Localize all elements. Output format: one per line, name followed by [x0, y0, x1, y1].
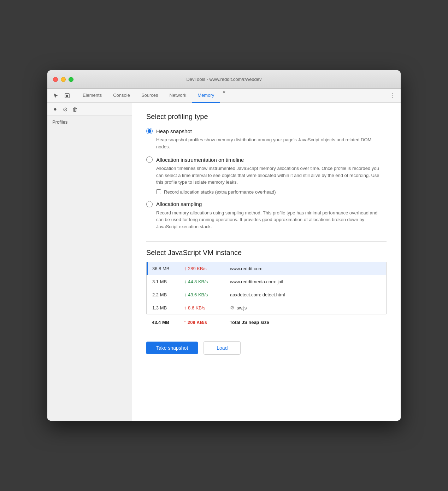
- tab-network[interactable]: Network: [164, 89, 192, 103]
- delete-button[interactable]: 🗑: [71, 106, 78, 113]
- allocation-stacks-checkbox[interactable]: [156, 189, 161, 194]
- option-heap-snapshot: Heap snapshot Heap snapshot profiles sho…: [146, 128, 387, 150]
- vm-rate-1: ↓ 44.8 KB/s: [184, 279, 230, 284]
- gear-icon: ⚙: [230, 305, 235, 310]
- vm-name-1: www.redditmedia.com: jail: [230, 279, 381, 284]
- minimize-button[interactable]: [61, 77, 66, 82]
- vm-size-0: 36.8 MB: [152, 266, 184, 271]
- tab-console[interactable]: Console: [107, 89, 136, 103]
- allocation-stacks-label: Record allocation stacks (extra performa…: [164, 189, 276, 195]
- clear-button[interactable]: ⊘: [61, 106, 69, 113]
- vm-rate-2: ↓ 43.6 KB/s: [184, 292, 230, 297]
- tab-memory[interactable]: Memory: [192, 89, 220, 103]
- vm-row-aaxdetect[interactable]: 2.2 MB ↓ 43.6 KB/s aaxdetect.com: detect…: [147, 288, 386, 301]
- allocation-sampling-title: Allocation sampling: [156, 201, 202, 207]
- tab-list: Elements Console Sources Network Memory …: [77, 89, 382, 103]
- arrow-down-icon-2: ↓: [184, 292, 187, 297]
- allocation-sampling-label[interactable]: Allocation sampling: [146, 201, 387, 207]
- heap-snapshot-title: Heap snapshot: [156, 128, 192, 134]
- tab-elements[interactable]: Elements: [77, 89, 107, 103]
- vm-rate-0: ↑ 289 KB/s: [184, 266, 230, 271]
- arrow-down-icon-1: ↓: [184, 279, 187, 284]
- arrow-up-icon-0: ↑: [184, 266, 187, 271]
- take-snapshot-button[interactable]: Take snapshot: [146, 342, 198, 354]
- titlebar: DevTools - www.reddit.com/r/webdev: [47, 70, 401, 89]
- vm-rate-3: ↑ 8.6 KB/s: [184, 305, 230, 310]
- arrow-up-icon-3: ↑: [184, 305, 187, 310]
- heap-snapshot-radio[interactable]: [146, 128, 153, 134]
- vm-table: 36.8 MB ↑ 289 KB/s www.reddit.com 3.1 MB…: [146, 262, 387, 314]
- vm-name-0: www.reddit.com: [230, 266, 381, 271]
- footer-arrow-up-icon: ↑: [184, 319, 186, 325]
- vm-section: Select JavaScript VM instance 36.8 MB ↑ …: [146, 249, 387, 331]
- tab-sources[interactable]: Sources: [136, 89, 164, 103]
- vm-size-2: 2.2 MB: [152, 292, 184, 297]
- heap-snapshot-desc: Heap snapshot profiles show memory distr…: [156, 136, 382, 150]
- allocation-stacks-row: Record allocation stacks (extra performa…: [156, 189, 387, 195]
- cursor-icon[interactable]: [52, 91, 60, 100]
- svg-rect-1: [66, 95, 68, 97]
- allocation-instrumentation-desc: Allocation timelines show instrumented J…: [156, 165, 382, 186]
- footer-total-rate: ↑ 209 KB/s: [184, 319, 230, 325]
- close-button[interactable]: [53, 77, 58, 82]
- inspector-icon[interactable]: [63, 91, 71, 100]
- section-divider: [146, 241, 387, 242]
- footer-total-label: Total JS heap size: [230, 320, 269, 325]
- allocation-instrumentation-title: Allocation instrumentation on timeline: [156, 157, 244, 163]
- footer-total-size: 43.4 MB: [152, 320, 184, 325]
- allocation-instrumentation-radio[interactable]: [146, 156, 153, 163]
- sidebar-profiles-label: Profiles: [47, 116, 132, 127]
- main-content: ● ⊘ 🗑 Profiles Select profiling type: [47, 103, 401, 421]
- profiling-options: Heap snapshot Heap snapshot profiles sho…: [146, 128, 387, 230]
- toolbar-separator: [385, 91, 385, 101]
- record-button[interactable]: ●: [52, 106, 59, 113]
- window-title: DevTools - www.reddit.com/r/webdev: [186, 77, 261, 82]
- more-tabs-button[interactable]: »: [220, 89, 228, 103]
- content-area: Select profiling type Heap snapshot Heap…: [132, 103, 401, 421]
- more-options-button[interactable]: ⋮: [388, 92, 396, 99]
- toolbar: Elements Console Sources Network Memory …: [47, 89, 401, 103]
- option-allocation-sampling: Allocation sampling Record memory alloca…: [146, 201, 387, 230]
- profiling-type-title: Select profiling type: [146, 113, 387, 121]
- option-allocation-instrumentation: Allocation instrumentation on timeline A…: [146, 156, 387, 195]
- vm-size-3: 1.3 MB: [152, 305, 184, 310]
- traffic-lights: [53, 77, 73, 82]
- footer-totals: 43.4 MB ↑ 209 KB/s Total JS heap size: [146, 314, 387, 331]
- vm-name-3: ⚙ sw.js: [230, 305, 381, 310]
- heap-snapshot-label[interactable]: Heap snapshot: [146, 128, 387, 134]
- actions-row: Take snapshot Load: [146, 340, 387, 355]
- vm-title: Select JavaScript VM instance: [146, 249, 387, 257]
- allocation-sampling-radio[interactable]: [146, 201, 153, 207]
- devtools-window: DevTools - www.reddit.com/r/webdev Eleme…: [47, 70, 401, 421]
- vm-name-2: aaxdetect.com: detect.html: [230, 292, 381, 297]
- load-button[interactable]: Load: [204, 341, 241, 355]
- toolbar-icons: [52, 91, 71, 100]
- vm-row-reddit[interactable]: 36.8 MB ↑ 289 KB/s www.reddit.com: [147, 262, 386, 275]
- allocation-instrumentation-label[interactable]: Allocation instrumentation on timeline: [146, 156, 387, 163]
- vm-size-1: 3.1 MB: [152, 279, 184, 284]
- vm-row-swjs[interactable]: 1.3 MB ↑ 8.6 KB/s ⚙ sw.js: [147, 301, 386, 314]
- allocation-sampling-desc: Record memory allocations using sampling…: [156, 209, 382, 230]
- sidebar-toolbar: ● ⊘ 🗑: [47, 103, 132, 116]
- vm-row-redditmedia[interactable]: 3.1 MB ↓ 44.8 KB/s www.redditmedia.com: …: [147, 275, 386, 288]
- sidebar: ● ⊘ 🗑 Profiles: [47, 103, 132, 421]
- maximize-button[interactable]: [69, 77, 73, 82]
